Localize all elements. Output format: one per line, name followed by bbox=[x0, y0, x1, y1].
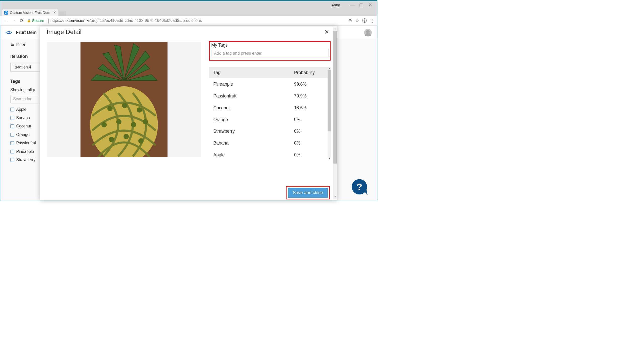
filter-label: Filter bbox=[16, 42, 25, 47]
scroll-down-icon[interactable]: ▼ bbox=[333, 196, 337, 199]
checkbox-icon bbox=[10, 124, 14, 128]
save-and-close-button[interactable]: Save and close bbox=[288, 188, 328, 198]
tag-checkbox-coconut[interactable]: Coconut bbox=[10, 124, 45, 128]
table-scrollbar[interactable]: ▲ ▼ bbox=[328, 67, 331, 161]
tag-checkbox-apple[interactable]: Apple bbox=[10, 107, 45, 112]
cell-probability: 0% bbox=[294, 129, 327, 134]
tags-heading: Tags bbox=[10, 79, 45, 84]
checkbox-icon bbox=[10, 108, 14, 111]
modal-title: Image Detail bbox=[40, 26, 337, 36]
browser-toolbar: ← → ⟳ 🔒 Secure | https:// customvision.a… bbox=[0, 16, 377, 25]
table-row: Strawberry0% bbox=[209, 125, 331, 137]
address-bar[interactable]: 🔒 Secure | https:// customvision.ai /pro… bbox=[27, 17, 348, 24]
tab-close-icon[interactable]: ✕ bbox=[53, 11, 56, 14]
cell-tag: Banana bbox=[213, 141, 294, 146]
tag-label: Banana bbox=[16, 116, 30, 120]
scroll-thumb[interactable] bbox=[333, 31, 337, 163]
svg-point-18 bbox=[138, 138, 144, 144]
cell-probability: 99.6% bbox=[294, 82, 327, 87]
image-preview-pane bbox=[47, 42, 201, 157]
svg-point-14 bbox=[131, 122, 136, 127]
info-icon[interactable]: ⓘ bbox=[362, 18, 367, 24]
lock-icon: 🔒 bbox=[27, 19, 31, 22]
showing-text: Showing: all p bbox=[10, 88, 45, 92]
tag-checkbox-pineapple[interactable]: Pineapple bbox=[10, 149, 45, 154]
col-probability: Probability bbox=[294, 70, 327, 75]
project-name: Fruit Dem bbox=[16, 30, 36, 35]
cell-tag: Passionfruit bbox=[213, 93, 294, 98]
checkbox-icon bbox=[10, 141, 14, 145]
cell-tag: Strawberry bbox=[213, 129, 294, 134]
modal-scrollbar[interactable]: ▲ ▼ bbox=[333, 27, 337, 199]
tag-label: Apple bbox=[16, 107, 26, 112]
tab-favicon-icon bbox=[4, 11, 8, 14]
my-tags-highlight: My Tags bbox=[209, 41, 331, 60]
prediction-pane: My Tags ▲ ▼ Tag Probability Pineapple99.… bbox=[209, 41, 331, 199]
filter-row[interactable]: Filter bbox=[10, 42, 45, 48]
tag-label: Coconut bbox=[16, 124, 31, 128]
tag-label: Strawberry bbox=[16, 158, 35, 162]
new-tab-button[interactable] bbox=[59, 11, 66, 16]
tag-checkbox-orange[interactable]: Orange bbox=[10, 132, 45, 137]
prediction-table: ▲ ▼ Tag Probability Pineapple99.6%Passio… bbox=[209, 67, 331, 161]
cell-tag: Orange bbox=[213, 117, 294, 122]
svg-point-16 bbox=[109, 137, 114, 142]
svg-point-17 bbox=[124, 134, 129, 139]
svg-point-15 bbox=[143, 119, 148, 124]
scroll-up-icon[interactable]: ▲ bbox=[333, 27, 337, 31]
cell-tag: Coconut bbox=[213, 105, 294, 110]
svg-point-11 bbox=[137, 107, 142, 113]
svg-point-13 bbox=[116, 119, 122, 124]
url-host: customvision.ai bbox=[62, 18, 90, 23]
table-row: Apple0% bbox=[209, 149, 331, 161]
url-path: /projects/ec4105dd-cdae-4132-9b7b-1940fe… bbox=[90, 18, 202, 23]
window-close-button[interactable]: ✕ bbox=[366, 2, 375, 8]
nav-forward-button[interactable]: → bbox=[11, 18, 17, 23]
table-scroll-down-icon[interactable]: ▼ bbox=[328, 158, 331, 161]
url-scheme: https:// bbox=[51, 18, 62, 23]
table-row: Orange0% bbox=[209, 114, 331, 125]
checkbox-icon bbox=[10, 158, 14, 162]
browser-tab[interactable]: Custom Vision: Fruit Dem ✕ bbox=[2, 9, 58, 16]
col-tag: Tag bbox=[213, 70, 294, 75]
image-preview bbox=[80, 42, 168, 157]
svg-point-0 bbox=[8, 32, 10, 33]
filter-sliders-icon bbox=[10, 42, 14, 48]
zoom-icon[interactable]: ⊕ bbox=[348, 18, 352, 23]
window: Anna — ▢ ✕ Custom Vision: Fruit Dem ✕ ← … bbox=[0, 0, 377, 201]
user-avatar[interactable] bbox=[364, 29, 372, 36]
tag-checkbox-banana[interactable]: Banana bbox=[10, 116, 45, 120]
tag-label: Orange bbox=[16, 132, 29, 137]
checkbox-icon bbox=[10, 116, 14, 120]
tab-title: Custom Vision: Fruit Dem bbox=[10, 11, 50, 15]
modal-close-button[interactable]: ✕ bbox=[324, 28, 329, 35]
tag-checkbox-passionfrui[interactable]: Passionfrui bbox=[10, 141, 45, 145]
nav-reload-button[interactable]: ⟳ bbox=[19, 18, 25, 23]
table-scroll-up-icon[interactable]: ▲ bbox=[328, 67, 331, 70]
window-minimize-button[interactable]: — bbox=[348, 2, 357, 7]
svg-point-12 bbox=[101, 122, 107, 127]
cell-probability: 18.6% bbox=[294, 105, 327, 110]
checkbox-icon bbox=[10, 150, 14, 153]
tag-label: Passionfrui bbox=[16, 141, 36, 145]
table-row: Pineapple99.6% bbox=[209, 78, 331, 90]
table-row: Passionfruit79.9% bbox=[209, 90, 331, 102]
nav-back-button[interactable]: ← bbox=[3, 18, 9, 23]
tag-checkbox-strawberry[interactable]: Strawberry bbox=[10, 158, 45, 162]
save-highlight: Save and close bbox=[286, 186, 330, 199]
window-maximize-button[interactable]: ▢ bbox=[357, 2, 366, 8]
checkbox-icon bbox=[10, 133, 14, 136]
help-chat-button[interactable]: ? bbox=[352, 179, 367, 194]
table-scroll-thumb[interactable] bbox=[328, 70, 331, 131]
my-tags-label: My Tags bbox=[211, 43, 329, 48]
table-header: Tag Probability bbox=[209, 67, 331, 78]
add-tag-input[interactable] bbox=[211, 49, 329, 57]
iteration-heading: Iteration bbox=[10, 54, 45, 59]
os-username: Anna bbox=[331, 3, 340, 7]
table-row: Banana0% bbox=[209, 137, 331, 149]
browser-menu-icon[interactable]: ⋮ bbox=[370, 18, 375, 23]
cell-tag: Pineapple bbox=[213, 82, 294, 87]
modal-body: My Tags ▲ ▼ Tag Probability Pineapple99.… bbox=[40, 36, 337, 200]
bookmark-star-icon[interactable]: ☆ bbox=[355, 18, 359, 23]
url-separator: | bbox=[48, 18, 49, 24]
